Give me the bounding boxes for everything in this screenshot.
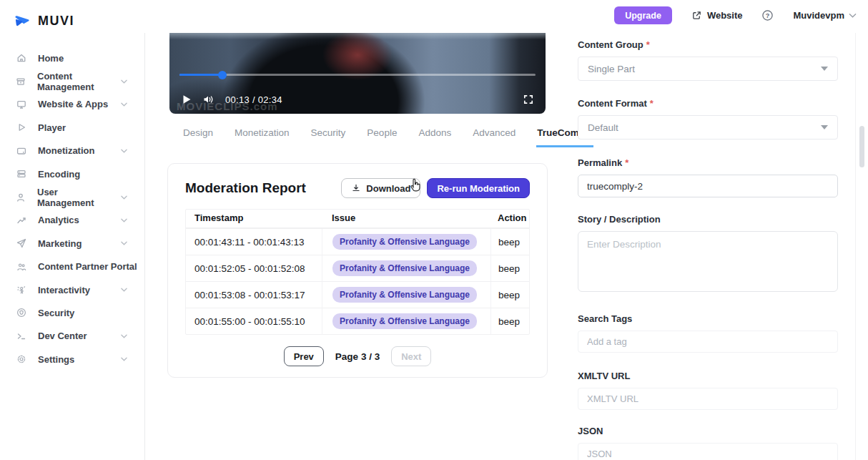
sidebar-item-label: Dev Center [38,331,87,341]
sidebar-item-encoding[interactable]: Encoding [0,162,144,185]
tab-addons[interactable]: Addons [418,122,452,147]
sidebar-item-settings[interactable]: Settings [0,348,144,371]
fullscreen-icon[interactable] [523,94,534,105]
content-group-label: Content Group* [578,39,838,50]
tab-design[interactable]: Design [182,122,214,147]
tab-people[interactable]: People [366,122,398,147]
interactivity-icon [15,284,27,295]
content-format-label: Content Format* [578,98,838,109]
sidebar-item-interactivity[interactable]: Interactivity [0,278,144,301]
tab-monetization[interactable]: Monetization [234,122,290,147]
wallet-icon [15,145,27,157]
cell-action: beep [490,255,529,281]
home-icon [15,52,27,64]
content-tabs: Design Monetization Security People Addo… [169,122,547,147]
volume-icon[interactable] [202,94,215,105]
user-icon [15,192,26,203]
xmltv-url-input[interactable] [578,388,838,410]
rerun-moderation-button[interactable]: Re-run Moderation [427,178,530,198]
table-row: 00:01:55:00 - 00:01:55:10 Profanity & Of… [186,308,529,334]
content-group-select[interactable]: Single Part [578,57,838,81]
story-description-textarea[interactable] [578,231,838,292]
page-indicator: Page 3 / 3 [335,351,380,362]
muvi-logo-icon [13,12,31,29]
video-progress-fill [179,74,222,76]
sidebar-item-label: Analytics [38,215,79,225]
permalink-label: Permalink* [578,157,838,168]
cell-action: beep [490,229,529,255]
chevron-down-icon [121,149,127,153]
chevron-down-icon [121,195,127,200]
content-group-value: Single Part [588,64,635,74]
sidebar-item-content-partner-portal[interactable]: Content Partner Portal [0,255,144,278]
video-progress-handle[interactable] [218,71,227,79]
sidebar-item-label: User Management [37,187,110,208]
sidebar-item-label: Monetization [38,145,94,156]
cell-timestamp: 00:01:55:00 - 00:01:55:10 [186,316,322,327]
app-window: MUVI Upgrade Website ? Muvid [0,0,868,460]
content-format-select[interactable]: Default [578,115,838,140]
chevron-down-icon [121,102,127,107]
upgrade-button[interactable]: Upgrade [614,6,672,24]
sidebar-item-analytics[interactable]: Analytics [0,209,144,232]
cell-action: beep [490,308,529,334]
json-input[interactable] [578,443,838,460]
sidebar-item-dev-center[interactable]: Dev Center [0,325,144,348]
brand-name: MUVI [38,14,74,29]
video-player[interactable]: MOVIECLIPS.com 00:13 / 02:34 [169,32,546,114]
permalink-input[interactable] [578,175,838,197]
table-row: 00:01:53:08 - 00:01:53:17 Profanity & Of… [186,281,529,308]
website-label: Website [707,10,743,21]
send-icon [15,238,27,249]
sidebar-item-home[interactable]: Home [0,47,144,69]
next-page-button[interactable]: Next [391,346,431,366]
prev-page-button[interactable]: Prev [284,346,324,366]
cell-timestamp: 00:01:53:08 - 00:01:53:17 [186,290,322,300]
sidebar-item-user-management[interactable]: User Management [0,185,144,208]
download-button[interactable]: Download [341,178,420,198]
column-header-issue: Issue [322,212,490,223]
sidebar-item-label: Settings [38,354,74,365]
story-description-label: Story / Description [578,214,838,225]
chevron-down-icon [121,334,127,338]
help-icon[interactable]: ? [761,9,774,21]
issue-badge: Profanity & Offensive Language [332,287,477,303]
website-link[interactable]: Website [691,10,743,21]
sidebar-item-content-management[interactable]: Content Management [0,69,144,92]
caret-down-icon [821,67,828,71]
scrollbar-thumb[interactable] [859,126,864,167]
tab-security[interactable]: Security [310,122,347,147]
sidebar-item-player[interactable]: Player [0,116,144,139]
sidebar-item-label: Encoding [38,169,80,180]
play-outline-icon [15,122,27,133]
sidebar-item-monetization[interactable]: Monetization [0,140,144,162]
top-header: MUVI Upgrade Website ? Muvid [0,0,868,33]
sidebar-item-marketing[interactable]: Marketing [0,232,144,255]
caret-down-icon [821,125,828,129]
search-tags-label: Search Tags [578,313,838,324]
muvi-logo[interactable]: MUVI [13,12,74,29]
cell-timestamp: 00:01:43:11 - 00:01:43:13 [186,237,322,248]
sidebar-nav: Home Content Management Website & Apps P… [0,33,145,460]
sidebar-item-website-apps[interactable]: Website & Apps [0,93,144,116]
server-icon [15,168,27,180]
xmltv-url-label: XMLTV URL [578,371,838,381]
tab-advanced[interactable]: Advanced [472,122,516,147]
metadata-panel: Content Group* Single Part Content Forma… [578,33,838,460]
sidebar-item-label: Content Management [37,71,110,92]
sidebar-item-security[interactable]: Security [0,301,144,324]
terminal-icon [15,331,27,342]
play-icon[interactable] [181,94,192,105]
gear-icon [15,353,27,365]
account-menu[interactable]: Muvidevpm [793,10,857,21]
chevron-down-icon [849,13,857,19]
search-tags-input[interactable] [578,331,838,353]
video-progress-track[interactable] [179,74,536,76]
chevron-down-icon [121,79,127,84]
svg-text:?: ? [766,12,770,19]
main-content: MOVIECLIPS.com 00:13 / 02:34 Design Mone… [145,33,868,460]
table-row: 00:01:52:05 - 00:01:52:08 Profanity & Of… [186,255,529,281]
cell-timestamp: 00:01:52:05 - 00:01:52:08 [186,263,322,274]
moderation-report-card: Moderation Report Download Re-run Modera… [167,163,548,378]
moderation-report-title: Moderation Report [185,180,306,196]
